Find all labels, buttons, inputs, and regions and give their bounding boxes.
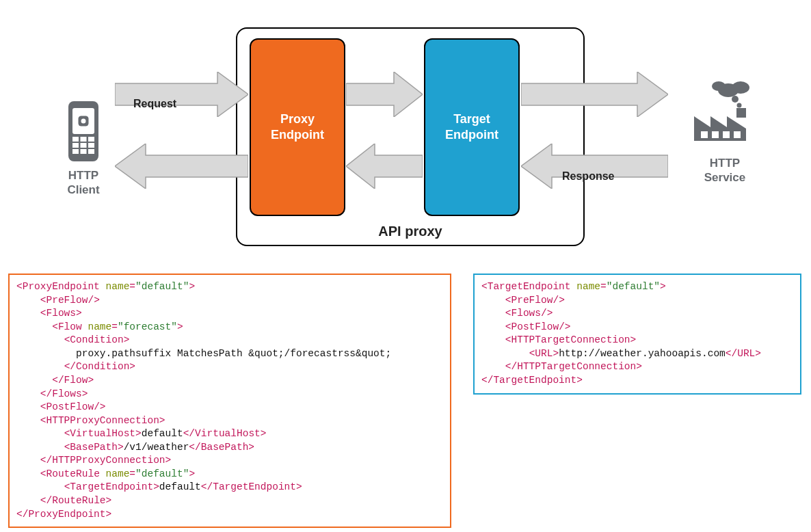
svg-rect-16 [88, 149, 94, 154]
svg-rect-5 [80, 127, 87, 129]
request-label: Request [133, 98, 176, 110]
factory-icon [687, 75, 762, 150]
svg-rect-6 [76, 118, 79, 124]
svg-rect-25 [701, 131, 708, 138]
svg-rect-15 [81, 149, 87, 154]
arrow-target-to-service [521, 72, 668, 117]
api-proxy-diagram: HTTP Client HTTP Service A [0, 0, 811, 260]
svg-rect-12 [81, 143, 87, 148]
arrow-target-to-proxy [346, 144, 423, 189]
svg-marker-29 [115, 72, 248, 117]
api-proxy-title: API proxy [237, 224, 583, 239]
svg-rect-28 [734, 131, 741, 138]
phone-icon [63, 101, 104, 161]
svg-rect-10 [88, 137, 94, 142]
response-label: Response [562, 170, 614, 183]
http-client: HTTP Client [57, 101, 109, 198]
svg-rect-11 [72, 143, 79, 148]
svg-rect-7 [89, 118, 92, 124]
target-endpoint-code: <TargetEndpoint name="default"> <PreFlow… [473, 274, 801, 395]
http-client-label: HTTP Client [57, 168, 109, 198]
svg-rect-4 [80, 114, 87, 116]
svg-marker-30 [346, 72, 423, 117]
svg-point-3 [81, 119, 86, 124]
svg-rect-26 [712, 131, 719, 138]
svg-rect-9 [81, 137, 87, 142]
target-endpoint-box: Target Endpoint [424, 38, 520, 216]
svg-point-21 [737, 103, 742, 108]
proxy-endpoint-code: <ProxyEndpoint name="default"> <PreFlow/… [8, 274, 451, 528]
proxy-endpoint-box: Proxy Endpoint [250, 38, 345, 216]
arrow-proxy-to-target [346, 72, 423, 117]
svg-rect-14 [72, 149, 79, 154]
svg-point-19 [712, 81, 726, 91]
svg-marker-33 [346, 144, 423, 189]
svg-rect-27 [723, 131, 730, 138]
svg-marker-31 [521, 72, 668, 117]
svg-rect-22 [736, 108, 746, 118]
arrow-client-to-proxy [115, 72, 248, 117]
svg-rect-8 [72, 137, 79, 142]
svg-marker-34 [115, 144, 248, 189]
arrow-proxy-to-client [115, 144, 248, 189]
http-service: HTTP Service [684, 75, 766, 185]
svg-point-18 [732, 81, 749, 94]
svg-rect-13 [88, 143, 94, 148]
proxy-endpoint-label: Proxy Endpoint [271, 111, 324, 144]
target-endpoint-label: Target Endpoint [445, 111, 498, 144]
http-service-label: HTTP Service [684, 156, 766, 185]
svg-point-20 [732, 96, 739, 103]
